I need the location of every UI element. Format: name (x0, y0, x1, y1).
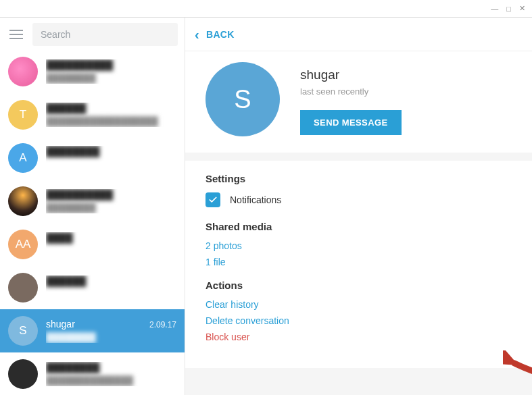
chat-avatar (8, 57, 38, 86)
chat-name: ██████████ (46, 59, 113, 70)
chat-avatar (8, 186, 38, 216)
notifications-checkbox[interactable] (205, 192, 220, 207)
chat-preview (46, 289, 176, 300)
chat-name: ██████████ (46, 189, 113, 200)
chat-avatar: A (8, 143, 38, 173)
chat-item[interactable]: A████████ (0, 136, 185, 180)
chat-preview (46, 159, 176, 170)
shared-media-heading: Shared media (205, 221, 512, 232)
chat-list: ██████████████████T█████████████████████… (0, 50, 185, 395)
chat-item[interactable]: Sshugar2.09.17████████ (0, 309, 185, 352)
chat-avatar (8, 273, 38, 302)
chat-preview (46, 246, 176, 257)
chat-item[interactable]: ██████████████████ (0, 180, 185, 223)
send-message-button[interactable]: SEND MESSAGE (300, 110, 402, 135)
settings-heading: Settings (205, 173, 512, 184)
back-label: BACK (206, 29, 235, 40)
delete-conversation-link[interactable]: Delete conversation (205, 315, 512, 326)
chat-name: ██████ (46, 103, 87, 113)
menu-icon[interactable] (9, 26, 26, 43)
chat-item[interactable]: T████████████████████████ (0, 93, 185, 136)
notifications-label: Notifications (230, 194, 281, 205)
chat-item[interactable]: ██████████████████ (0, 50, 185, 93)
window-minimize[interactable]: — (491, 5, 498, 13)
chat-name: ████████ (46, 362, 99, 373)
chat-item[interactable]: ██████ (0, 266, 185, 309)
clear-history-link[interactable]: Clear history (205, 299, 512, 310)
chat-preview: ██████████████████ (46, 116, 176, 127)
profile-status: last seen recently (300, 86, 402, 97)
chat-name: ████████ (46, 146, 99, 157)
chat-preview: ████████ (46, 203, 176, 213)
actions-heading: Actions (205, 280, 512, 291)
chat-avatar (8, 359, 38, 389)
profile-panel: ‹ BACK S shugar last seen recently SEND … (185, 18, 532, 395)
chat-avatar: T (8, 100, 38, 130)
window-close[interactable]: ✕ (519, 4, 525, 13)
chat-preview: ████████ (46, 73, 176, 84)
chevron-left-icon: ‹ (195, 28, 199, 41)
chat-name: ████ (46, 232, 73, 243)
checkmark-icon (208, 195, 218, 205)
search-input[interactable] (32, 23, 178, 46)
chat-preview: ████████ (46, 332, 176, 343)
back-button[interactable]: ‹ BACK (185, 18, 532, 51)
window-maximize[interactable]: □ (506, 5, 511, 13)
chat-name: ██████ (46, 275, 87, 286)
profile-name: shugar (300, 68, 402, 82)
profile-card: S shugar last seen recently SEND MESSAGE (185, 51, 532, 153)
chat-date: 2.09.17 (149, 320, 176, 330)
chat-avatar: AA (8, 230, 38, 259)
chat-avatar: S (8, 316, 38, 346)
block-user-link[interactable]: Block user (205, 332, 512, 342)
chat-item[interactable]: AA████ (0, 223, 185, 266)
chat-item[interactable]: ██████████████████████ (0, 352, 185, 395)
shared-photos-link[interactable]: 2 photos (205, 240, 512, 251)
chat-name: shugar (46, 319, 75, 330)
shared-files-link[interactable]: 1 file (205, 257, 512, 267)
sidebar: ██████████████████T█████████████████████… (0, 18, 185, 395)
chat-preview: ██████████████ (46, 375, 176, 386)
profile-avatar[interactable]: S (205, 62, 280, 136)
